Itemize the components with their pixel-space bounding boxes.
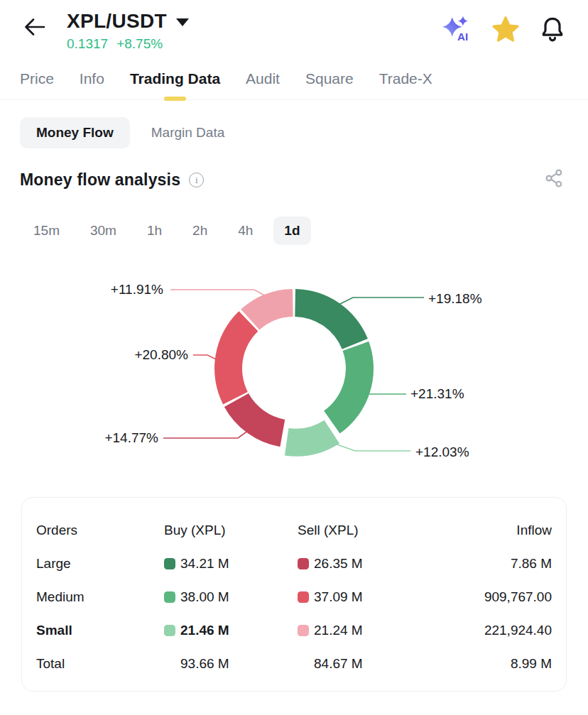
subtab-money-flow[interactable]: Money Flow — [20, 117, 130, 148]
app-header: XPL/USDT 0.1317 +8.75% AI — [0, 0, 588, 52]
tab-trading-data[interactable]: Trading Data — [130, 70, 220, 87]
timeframe-2h[interactable]: 2h — [192, 223, 207, 239]
col-header-orders: Orders — [36, 523, 164, 538]
buy-marker — [164, 591, 175, 603]
leader-line-large-sell — [163, 427, 254, 438]
subtabs: Money Flow Margin Data — [20, 117, 588, 148]
leader-line-large-buy — [339, 298, 424, 305]
last-price: 0.1317 — [67, 36, 108, 52]
star-icon — [491, 14, 521, 44]
back-button[interactable] — [21, 13, 48, 40]
timeframe-1d[interactable]: 1d — [273, 217, 310, 245]
subtab-margin-data[interactable]: Margin Data — [151, 125, 225, 141]
caret-down-icon — [176, 18, 189, 26]
tab-info[interactable]: Info — [80, 70, 104, 87]
price-row: 0.1317 +8.75% — [67, 36, 189, 52]
chart-label-medium-sell: +20.80% — [134, 346, 188, 363]
symbol-selector[interactable]: XPL/USDT — [67, 10, 189, 33]
table-row-small[interactable]: Small 21.46 M 21.24 M 221,924.40 — [36, 613, 552, 647]
timeframe-30m[interactable]: 30m — [90, 223, 116, 239]
sell-marker — [298, 558, 309, 569]
donut-slice-small-buy — [285, 420, 339, 457]
buy-marker — [164, 558, 175, 569]
share-button[interactable] — [544, 168, 565, 192]
table-header-row: Orders Buy (XPL) Sell (XPL) Inflow — [36, 513, 552, 547]
chart-label-small-buy: +12.03% — [415, 444, 469, 460]
chart-label-large-buy: +19.18% — [428, 290, 482, 307]
section-head: Money flow analysis i — [20, 168, 565, 192]
tab-square[interactable]: Square — [305, 70, 354, 87]
ai-sparkle-icon: AI — [440, 13, 473, 45]
timeframe-4h[interactable]: 4h — [238, 223, 253, 239]
money-flow-table: Orders Buy (XPL) Sell (XPL) Inflow Large… — [21, 497, 567, 692]
price-change: +8.75% — [116, 36, 163, 52]
chart-label-large-sell: +14.77% — [104, 430, 158, 446]
back-arrow-icon — [21, 13, 48, 40]
donut-slice-medium-buy — [324, 342, 374, 434]
tab-price[interactable]: Price — [20, 70, 54, 87]
section-title: Money flow analysis — [20, 170, 180, 190]
share-icon — [544, 168, 565, 189]
table-row-total[interactable]: Total 93.66 M 84.67 M 8.99 M — [36, 647, 552, 680]
donut-slice-large-sell — [224, 393, 285, 447]
table-row-medium[interactable]: Medium 38.00 M 37.09 M 909,767.00 — [36, 580, 552, 613]
svg-text:AI: AI — [457, 31, 468, 43]
active-tab-underline — [164, 97, 186, 101]
info-icon[interactable]: i — [189, 173, 204, 187]
col-header-buy: Buy (XPL) — [164, 523, 298, 538]
timeframe-15m[interactable]: 15m — [33, 223, 60, 239]
timeframe-1h[interactable]: 1h — [147, 223, 162, 239]
col-header-inflow: Inflow — [432, 523, 552, 538]
chart-label-small-sell: +11.91% — [111, 281, 163, 298]
notifications-button[interactable] — [538, 15, 567, 46]
sell-marker — [298, 625, 309, 636]
donut-chart-svg[interactable] — [0, 270, 588, 483]
tab-trade-x[interactable]: Trade-X — [379, 70, 432, 87]
nav-tabs: Price Info Trading Data Audit Square Tra… — [0, 52, 588, 100]
buy-marker — [164, 625, 175, 636]
bell-icon — [538, 15, 567, 43]
chart-label-medium-buy: +21.31% — [410, 386, 464, 402]
leader-line-medium-sell — [193, 355, 216, 359]
timeframe-selector: 15m 30m 1h 2h 4h 1d — [33, 216, 588, 245]
symbol-title: XPL/USDT — [67, 10, 167, 33]
col-header-sell: Sell (XPL) — [298, 523, 432, 538]
money-flow-donut-chart: +19.18% +21.31% +12.03% +14.77% +20.80% … — [0, 270, 588, 483]
sell-marker — [298, 591, 309, 603]
donut-slice-medium-sell — [214, 311, 258, 404]
favorite-button[interactable] — [491, 14, 521, 47]
ai-assistant-button[interactable]: AI — [440, 13, 473, 48]
tab-audit[interactable]: Audit — [246, 70, 280, 87]
table-row-large[interactable]: Large 34.21 M 26.35 M 7.86 M — [36, 547, 552, 580]
leader-line-small-sell — [170, 290, 266, 296]
